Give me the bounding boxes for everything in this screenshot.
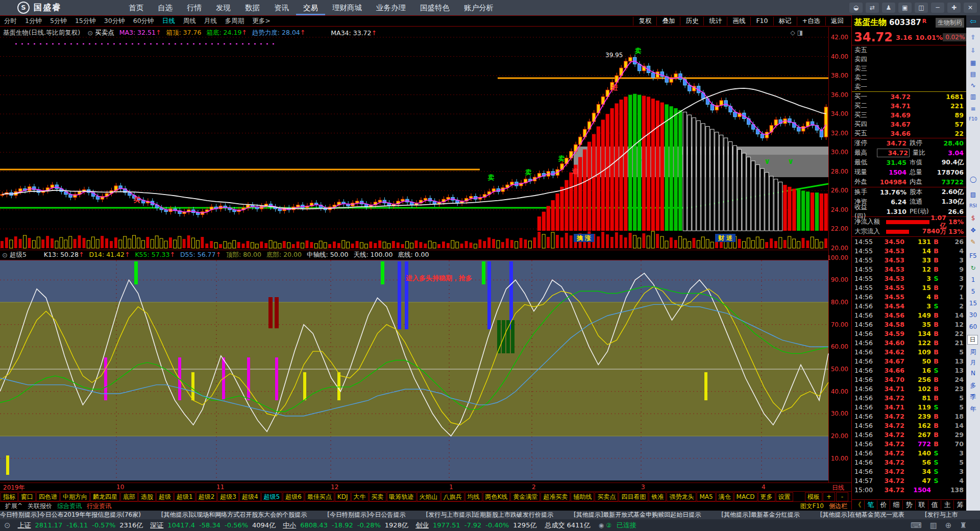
indicator-tab-买卖[interactable]: 买卖 (369, 492, 386, 501)
index-上证[interactable]: 上证 (18, 521, 31, 530)
sell-level[interactable]: 卖一 (852, 82, 966, 91)
rsi-icon[interactable]: RSI (966, 203, 980, 208)
candle-chart-icon[interactable]: ▥ (966, 93, 980, 100)
indicator-tab-麟龙四星[interactable]: 麟龙四星 (90, 492, 120, 501)
indicator-tab-超级4[interactable]: 超级4 (239, 492, 261, 501)
indicator-tab-中期方向[interactable]: 中期方向 (60, 492, 90, 501)
circle-icon[interactable]: ◯ (966, 176, 980, 183)
indicator-tab-超级1[interactable]: 超级1 (174, 492, 195, 501)
indicator-tab-设置[interactable]: 设置 (776, 492, 793, 501)
indicator-tab-底部[interactable]: 底部 (120, 492, 138, 501)
indicator-tab-均线[interactable]: 均线 (465, 492, 482, 501)
f10-icon[interactable]: F10 (966, 116, 980, 122)
level-price[interactable]: 34.69 (875, 111, 911, 119)
up-arrow-icon[interactable]: ⇧ (966, 34, 980, 41)
indicator-tab-强势龙头[interactable]: 强势龙头 (667, 492, 696, 501)
service-icon[interactable]: ♟ (882, 3, 895, 13)
indicator-tab-MACD[interactable]: MACD (734, 492, 757, 501)
line-chart-icon[interactable]: ∿ (966, 82, 980, 89)
panel-tab-价[interactable]: 价 (877, 500, 890, 510)
indicator-tab-选股[interactable]: 选股 (138, 492, 156, 501)
indicator-tab-八旗兵[interactable]: 八旗兵 (441, 492, 464, 501)
panel-tab-笔[interactable]: 笔 (864, 500, 877, 510)
indicator-tab-MA5[interactable]: MA5 (697, 492, 715, 501)
period-year[interactable]: 年 (966, 405, 980, 414)
sell-level[interactable]: 卖三 (852, 64, 966, 73)
table-icon[interactable]: ▤ (966, 70, 980, 78)
industry-tag[interactable]: 生物制药 (936, 18, 964, 28)
period-60[interactable]: 60 (966, 323, 980, 330)
back-icon[interactable]: ⇦ (966, 15, 980, 28)
info-tab-综合资讯[interactable]: 综合资讯 (57, 502, 82, 511)
indicator-tab-指标[interactable]: 指标 (1, 492, 18, 501)
target-icon[interactable]: ⊕ (945, 521, 952, 530)
period-1[interactable]: 1 (966, 276, 980, 283)
indicator-tab-铁准[interactable]: 铁准 (649, 492, 666, 501)
grid-check-icon[interactable]: ▦ (966, 59, 980, 66)
level-price[interactable]: 34.71 (875, 102, 911, 110)
indicator-tab-最佳买点[interactable]: 最佳买点 (305, 492, 334, 501)
tower-icon[interactable]: ♜ (960, 521, 966, 530)
monitor-icon[interactable]: ▣ (898, 3, 912, 13)
doc-list-icon[interactable]: ≡ (966, 105, 980, 112)
period-day[interactable]: 日 (967, 335, 978, 345)
indicator-tab-超级3[interactable]: 超级3 (217, 492, 239, 501)
sell-level[interactable]: 卖二 (852, 73, 966, 82)
indicator-tab-四色谱[interactable]: 四色谱 (36, 492, 60, 501)
info-tab-行业资讯[interactable]: 行业资讯 (87, 502, 111, 511)
index-中小[interactable]: 中小 (283, 521, 296, 530)
status-menu-icon[interactable]: ⊙ (4, 521, 11, 530)
buy-level[interactable]: 买五 34.66 22 (852, 129, 966, 138)
indicator-tab-吸筹轨迹[interactable]: 吸筹轨迹 (387, 492, 416, 501)
refresh-icon[interactable]: ↻ (966, 264, 980, 272)
sell-level[interactable]: 卖五 (852, 45, 966, 55)
indicator-tab-大牛[interactable]: 大牛 (351, 492, 369, 501)
panel-tab-值[interactable]: 值 (928, 500, 941, 510)
period-week[interactable]: 周 (966, 348, 980, 356)
period-30[interactable]: 30 (966, 311, 980, 319)
keyboard-icon[interactable]: ⌨ (911, 521, 922, 530)
buy-level[interactable]: 买三 34.69 89 (852, 110, 966, 119)
panel-tab-势[interactable]: 势 (902, 500, 915, 510)
indicator-tab-窗口[interactable]: 窗口 (18, 492, 36, 501)
move-icon[interactable]: ✥ (966, 227, 980, 234)
down-arrow-icon[interactable]: ⇩ (966, 47, 980, 54)
indicator-tab-超准买卖[interactable]: 超准买卖 (541, 492, 570, 501)
f5-icon[interactable]: F5 (966, 252, 980, 259)
time-sales-list[interactable]: 14:55 34.50 131 B 2614:55 34.53 14 B 414… (852, 237, 966, 494)
buy-level[interactable]: 买四 34.67 57 (852, 119, 966, 129)
skin-icon[interactable]: ◫ (915, 3, 928, 13)
close-icon[interactable]: ✕ (964, 3, 977, 13)
buy-level[interactable]: 买一 34.72 1681 (852, 92, 966, 101)
indicator-tab-买卖点[interactable]: 买卖点 (595, 492, 618, 501)
indicator-tab-超级6[interactable]: 超级6 (283, 492, 304, 501)
period-5[interactable]: 5 (966, 288, 980, 295)
level-price[interactable]: 34.66 (875, 130, 911, 137)
info-tab-扩展^[interactable]: 扩展^ (5, 502, 22, 511)
zoom-in-button[interactable]: + (823, 492, 835, 501)
template-button[interactable]: 模板 (805, 492, 822, 501)
buy-level[interactable]: 买二 34.71 221 (852, 101, 966, 110)
index-创业[interactable]: 创业 (415, 521, 429, 530)
restore-icon[interactable]: ✚ (947, 3, 961, 13)
chart-icon[interactable]: ▥ (930, 521, 937, 530)
level-price[interactable]: 34.67 (875, 120, 911, 128)
sell-level[interactable]: 卖四 (852, 55, 966, 64)
dollar-icon[interactable]: $ (966, 214, 980, 222)
indicator-tab-满仓[interactable]: 满仓 (716, 492, 733, 501)
panel-button-图文F10[interactable]: 图文F10 (800, 502, 824, 511)
panel-tab-主[interactable]: 主 (941, 500, 953, 510)
indicator-tab-超级5[interactable]: 超级5 (261, 492, 283, 501)
period-n[interactable]: N (966, 370, 980, 377)
indicator-tab-辅助线[interactable]: 辅助线 (571, 492, 594, 501)
hatch-icon[interactable]: ▨ (966, 191, 980, 198)
period-15[interactable]: 15 (966, 300, 980, 307)
index-深证[interactable]: 深证 (150, 521, 163, 530)
info-tab-关联报价[interactable]: 关联报价 (28, 502, 52, 511)
collapse-icon[interactable]: ⊙ (2, 251, 8, 259)
indicator-tab-更多[interactable]: 更多 (758, 492, 775, 501)
panel-tab-《[interactable]: 《 (852, 500, 864, 510)
minimize-icon[interactable]: ─ (931, 3, 944, 13)
level-price[interactable]: 34.72 (875, 93, 911, 101)
pencil-icon[interactable]: ✎ (966, 238, 980, 246)
